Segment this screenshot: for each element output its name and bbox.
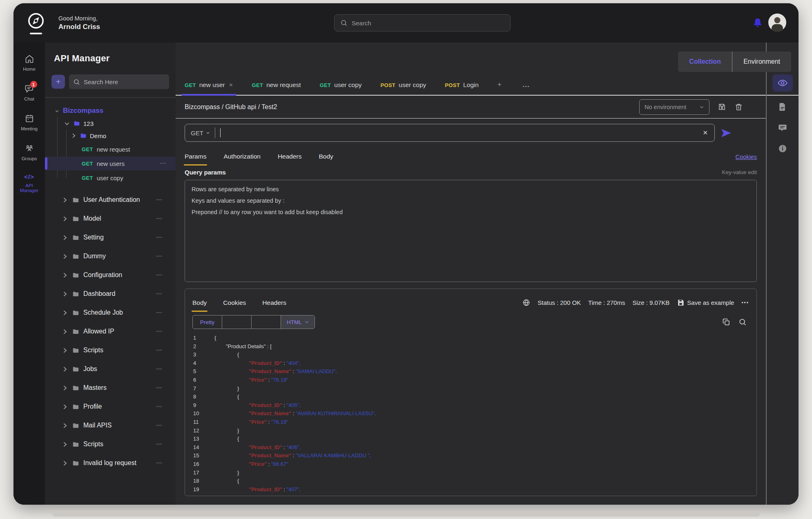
query-params-editor[interactable]: Rows are separated by new lines Keys and… — [185, 180, 757, 282]
save-as-example-button[interactable]: Save as example — [677, 299, 734, 306]
rail-item-home[interactable]: Home — [16, 54, 43, 72]
sidebar-folder-mail-apis[interactable]: Mail APIS••• — [51, 416, 170, 435]
more-options-icon[interactable]: ••• — [156, 217, 163, 221]
more-options-icon[interactable]: ••• — [156, 198, 163, 202]
save-request-button[interactable] — [718, 103, 726, 111]
collection-button[interactable]: Collection — [678, 51, 732, 72]
user-avatar[interactable] — [768, 13, 786, 31]
response-tab-body[interactable]: Body — [192, 299, 207, 312]
url-input-box[interactable]: GET ✕ — [185, 124, 715, 142]
sidebar-folder-masters[interactable]: Masters••• — [51, 378, 170, 397]
method-badge: GET — [252, 82, 263, 88]
tab-authorization[interactable]: Authorization — [223, 153, 260, 166]
comments-icon[interactable] — [778, 123, 787, 134]
sidebar-search[interactable] — [69, 74, 169, 89]
rail-item-meeting[interactable]: Meeting — [16, 114, 43, 131]
info-icon[interactable] — [778, 144, 787, 155]
request-tab-get-user-copy[interactable]: GETuser copy — [320, 81, 362, 89]
tree-root-bizcompass[interactable]: Bizcompass — [51, 104, 170, 117]
more-options-icon[interactable]: ••• — [156, 235, 163, 239]
view-mode-empty-2[interactable] — [252, 315, 281, 329]
add-collection-button[interactable]: + — [51, 75, 65, 89]
tree-request-user-copy[interactable]: GETuser copy — [45, 171, 176, 185]
sidebar-folder-dummy[interactable]: Dummy••• — [51, 247, 170, 266]
view-mode-segments: PrettyHTML — [192, 315, 315, 329]
more-options-icon[interactable]: ••• — [156, 461, 163, 465]
preview-eye-button[interactable] — [772, 74, 793, 92]
code-token: "Product_ID" — [249, 486, 282, 492]
sidebar-folder-setting[interactable]: Setting••• — [51, 228, 170, 247]
copy-icon[interactable] — [722, 318, 730, 326]
request-tab-post-user-copy[interactable]: POSTuser copy — [381, 81, 426, 89]
request-tab-label: new user — [199, 81, 225, 89]
response-more-icon[interactable]: ••• — [741, 300, 749, 306]
method-select[interactable]: GET — [191, 130, 210, 136]
view-mode-pretty[interactable]: Pretty — [193, 315, 222, 329]
tabs-more-icon[interactable]: ••• — [523, 84, 530, 89]
more-options-icon[interactable]: ••• — [156, 442, 163, 446]
more-options-icon[interactable]: ••• — [156, 405, 163, 409]
sidebar-search-input[interactable] — [84, 78, 165, 85]
sidebar-folder-user-authentication[interactable]: User Authentication••• — [51, 190, 170, 209]
global-search[interactable] — [334, 14, 511, 31]
response-tab-cookies[interactable]: Cookies — [223, 299, 246, 312]
clear-url-icon[interactable]: ✕ — [702, 129, 709, 136]
more-options-icon[interactable]: ••• — [156, 367, 163, 371]
sidebar-folder-label: Mail APIS — [83, 422, 112, 429]
sidebar-folder-scripts[interactable]: Scripts••• — [51, 435, 170, 454]
rail-item-api-manager[interactable]: </>API Manager — [16, 173, 43, 193]
folder-icon — [72, 328, 79, 335]
environment-button[interactable]: Environment — [732, 51, 791, 72]
environment-select[interactable]: No environment — [639, 99, 709, 115]
tab-body[interactable]: Body — [319, 153, 333, 166]
sidebar-folder-model[interactable]: Model••• — [51, 209, 170, 228]
url-input[interactable] — [221, 130, 702, 136]
close-tab-icon[interactable]: ✕ — [229, 82, 233, 88]
request-tab-get-new-user[interactable]: GETnew user✕ — [185, 81, 233, 89]
notification-bell-icon[interactable] — [752, 17, 763, 29]
tree-folder-123[interactable]: 123 — [51, 117, 170, 130]
more-options-icon[interactable]: ••• — [156, 292, 163, 296]
add-tab-button[interactable]: + — [497, 81, 502, 89]
sidebar-folder-label: Profile — [83, 403, 102, 410]
more-options-icon[interactable]: ••• — [156, 311, 163, 315]
tree-request-new-request[interactable]: GETnew request — [45, 142, 176, 156]
sidebar-folder-scripts[interactable]: Scripts••• — [51, 341, 170, 360]
key-value-edit-label[interactable]: Key-value edit — [722, 169, 757, 175]
response-body-code[interactable]: 1{2"Product Details" : [3{4"Product_ID" … — [185, 334, 756, 494]
tree-request-new-users[interactable]: GETnew users••• — [45, 157, 176, 170]
sidebar-folder-jobs[interactable]: Jobs••• — [51, 360, 170, 378]
tree-folder-demo[interactable]: Demo — [51, 130, 170, 142]
rail-item-label: Groups — [22, 156, 37, 161]
response-tab-headers[interactable]: Headers — [262, 299, 286, 312]
more-options-icon[interactable]: ••• — [156, 423, 163, 427]
more-options-icon[interactable]: ••• — [156, 273, 163, 277]
more-options-icon[interactable]: ••• — [156, 348, 163, 352]
more-options-icon[interactable]: ••• — [156, 386, 163, 390]
more-options-icon[interactable]: ••• — [156, 254, 163, 258]
delete-request-button[interactable] — [734, 103, 743, 111]
sidebar-folder-configuration[interactable]: Configuration••• — [51, 266, 170, 284]
request-tab-post-login[interactable]: POSTLogin — [445, 81, 479, 89]
rail-item-groups[interactable]: Groups — [16, 143, 43, 161]
folder-list: User Authentication•••Model•••Setting•••… — [51, 190, 170, 472]
documentation-icon[interactable] — [778, 102, 787, 113]
sidebar-folder-dashboard[interactable]: Dashboard••• — [51, 284, 170, 303]
request-tab-get-new-request[interactable]: GETnew request — [252, 81, 301, 89]
format-select[interactable]: HTML — [281, 315, 315, 329]
more-options-icon[interactable]: ••• — [161, 161, 167, 166]
global-search-input[interactable] — [352, 20, 504, 27]
tab-params[interactable]: Params — [185, 153, 206, 166]
search-in-body-icon[interactable] — [738, 318, 747, 326]
cookies-link[interactable]: Cookies — [736, 154, 757, 166]
sidebar-folder-profile[interactable]: Profile••• — [51, 397, 170, 416]
sidebar-folder-schedule-job[interactable]: Schedule Job••• — [51, 303, 170, 322]
app-logo — [24, 12, 48, 34]
view-mode-empty-1[interactable] — [222, 315, 252, 329]
rail-item-chat[interactable]: 1Chat — [16, 84, 43, 101]
tab-headers[interactable]: Headers — [278, 153, 302, 166]
sidebar-folder-invalid-log-request[interactable]: Invalid log request••• — [51, 454, 170, 472]
sidebar-folder-allowed-ip[interactable]: Allowed IP••• — [51, 322, 170, 341]
more-options-icon[interactable]: ••• — [156, 329, 163, 333]
send-request-icon[interactable] — [721, 128, 732, 139]
